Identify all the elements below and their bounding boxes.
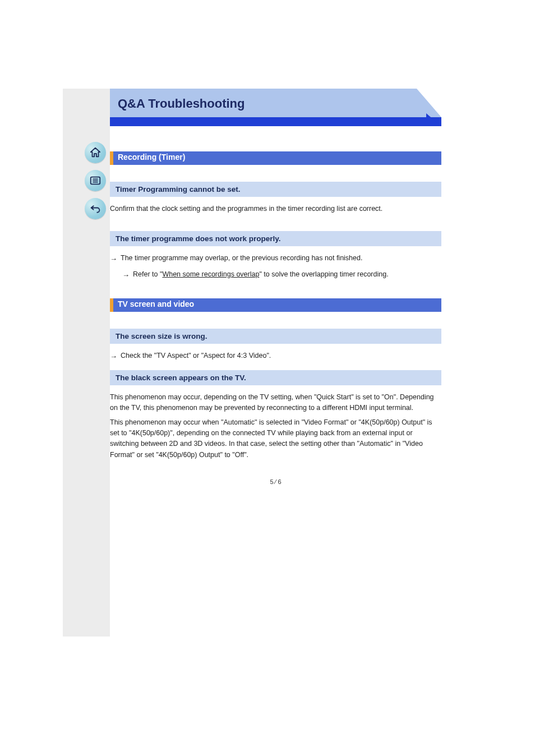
body-text: This phenomenon may occur, depending on … xyxy=(110,392,441,414)
back-icon xyxy=(89,202,102,215)
section-heading-tv: TV screen and video xyxy=(110,298,441,312)
list-icon xyxy=(89,174,102,187)
sidebar xyxy=(63,89,110,637)
section-heading-recording: Recording (Timer) xyxy=(110,151,441,165)
contents-button[interactable] xyxy=(85,170,106,191)
home-button[interactable] xyxy=(85,142,106,163)
link-overlap[interactable]: When some recordings overlap xyxy=(162,270,259,278)
body-text: This phenomenon may occur when "Automati… xyxy=(110,417,441,461)
page-number: 5⁄6 xyxy=(110,478,441,485)
home-icon xyxy=(89,146,102,159)
back-button[interactable] xyxy=(85,198,106,219)
body-text: Confirm that the clock setting and the p… xyxy=(110,204,441,214)
content-area: Q&A Troubleshooting Recording (Timer) Ti… xyxy=(110,89,441,485)
subheading: The screen size is wrong. xyxy=(110,329,441,344)
remedy-text: The timer programme may overlap, or the … xyxy=(121,253,362,264)
section-heading-text: Recording (Timer) xyxy=(118,153,185,162)
arrow-icon: → xyxy=(122,270,130,281)
remedy-text: Check the "TV Aspect" or "Aspect for 4:3… xyxy=(121,351,271,361)
body-text: → The timer programme may overlap, or th… xyxy=(110,253,441,280)
body-text: → Check the "TV Aspect" or "Aspect for 4… xyxy=(110,351,441,362)
remedy-text: Refer to "When some recordings overlap" … xyxy=(133,269,389,280)
page-banner: Q&A Troubleshooting xyxy=(110,89,441,126)
subheading: Timer Programming cannot be set. xyxy=(110,182,441,197)
section-heading-text: TV screen and video xyxy=(118,299,194,308)
subheading: The timer programme does not work proper… xyxy=(110,231,441,246)
arrow-icon: → xyxy=(110,351,117,362)
page-root: Q&A Troubleshooting Recording (Timer) Ti… xyxy=(0,0,535,756)
page-title: Q&A Troubleshooting xyxy=(118,96,245,111)
arrow-icon: → xyxy=(110,253,117,265)
subheading: The black screen appears on the TV. xyxy=(110,370,441,385)
